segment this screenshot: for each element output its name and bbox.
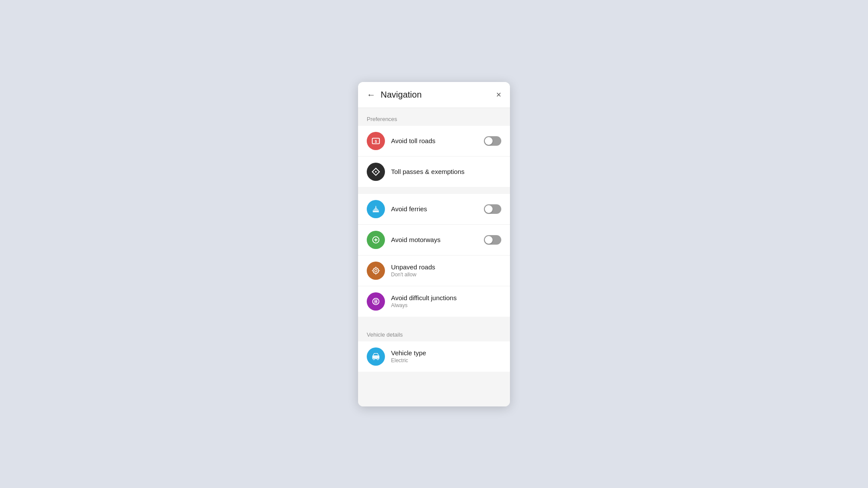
navigation-dialog: ← Navigation × Preferences $ Avoid toll … — [358, 82, 510, 406]
close-icon[interactable]: × — [496, 90, 501, 99]
svg-point-7 — [375, 269, 377, 272]
avoid-ferries-toggle[interactable] — [484, 204, 501, 214]
svg-point-3 — [375, 171, 377, 173]
header-left: ← Navigation — [367, 90, 422, 100]
junction-icon-circle — [367, 292, 385, 311]
toll-passes-item[interactable]: Toll passes & exemptions — [358, 157, 510, 187]
gap2 — [358, 317, 510, 324]
toggle-thumb — [485, 137, 493, 145]
ferries-text: Avoid ferries — [391, 205, 484, 213]
motorways-text: Avoid motorways — [391, 236, 484, 243]
diamond-icon — [371, 167, 381, 177]
ferry-icon-circle — [367, 200, 385, 218]
difficult-junctions-subtitle: Always — [391, 302, 501, 308]
motorway-icon — [371, 235, 381, 245]
vehicle-icon-circle — [367, 347, 385, 366]
ferry-icon — [371, 204, 381, 214]
toll-roads-title: Avoid toll roads — [391, 137, 484, 144]
dialog-body: Preferences $ Avoid toll roads — [358, 108, 510, 406]
unpaved-roads-subtitle: Don't allow — [391, 272, 501, 278]
toll-passes-title: Toll passes & exemptions — [391, 168, 501, 175]
ferries-title: Avoid ferries — [391, 205, 484, 213]
svg-point-6 — [373, 268, 379, 273]
unpaved-roads-title: Unpaved roads — [391, 263, 501, 271]
toggle-track-motorways — [484, 235, 501, 245]
difficult-junctions-text: Avoid difficult junctions Always — [391, 294, 501, 308]
avoid-ferries-item[interactable]: Avoid ferries — [358, 194, 510, 225]
toll-passes-text: Toll passes & exemptions — [391, 168, 501, 175]
preferences-section-label: Preferences — [358, 108, 510, 126]
unpaved-icon-circle — [367, 262, 385, 280]
svg-point-17 — [377, 358, 379, 360]
preferences-group1: $ Avoid toll roads — [358, 126, 510, 187]
vehicle-group: Vehicle type Electric — [358, 341, 510, 372]
vehicle-type-text: Vehicle type Electric — [391, 349, 501, 364]
dialog-header: ← Navigation × — [358, 82, 510, 108]
toll-roads-text: Avoid toll roads — [391, 137, 484, 144]
avoid-motorways-toggle[interactable] — [484, 235, 501, 245]
toll-passes-icon-circle — [367, 163, 385, 181]
car-icon — [371, 352, 381, 361]
unpaved-icon — [371, 266, 381, 275]
junction-icon — [371, 297, 381, 306]
toggle-track-ferries — [484, 204, 501, 214]
avoid-toll-roads-toggle[interactable] — [484, 136, 501, 146]
avoid-motorways-item[interactable]: Avoid motorways — [358, 225, 510, 255]
gap1 — [358, 187, 510, 194]
toggle-thumb-motorways — [485, 236, 493, 244]
toggle-track — [484, 136, 501, 146]
dialog-title: Navigation — [381, 90, 422, 100]
back-icon[interactable]: ← — [367, 90, 375, 99]
vehicle-type-item[interactable]: Vehicle type Electric — [358, 341, 510, 372]
motorways-title: Avoid motorways — [391, 236, 484, 243]
avoid-toll-roads-item[interactable]: $ Avoid toll roads — [358, 126, 510, 157]
motorway-icon-circle — [367, 231, 385, 249]
unpaved-roads-item[interactable]: Unpaved roads Don't allow — [358, 255, 510, 286]
unpaved-roads-text: Unpaved roads Don't allow — [391, 263, 501, 278]
toll-icon: $ — [371, 136, 381, 146]
toll-icon-circle: $ — [367, 132, 385, 150]
vehicle-type-title: Vehicle type — [391, 349, 501, 357]
preferences-group2: Avoid ferries Avoid — [358, 194, 510, 317]
difficult-junctions-title: Avoid difficult junctions — [391, 294, 501, 301]
toggle-thumb-ferries — [485, 205, 493, 213]
svg-text:$: $ — [375, 139, 377, 143]
vehicle-details-section-label: Vehicle details — [358, 324, 510, 341]
difficult-junctions-item[interactable]: Avoid difficult junctions Always — [358, 286, 510, 317]
vehicle-type-subtitle: Electric — [391, 357, 501, 364]
gap3 — [358, 372, 510, 406]
svg-point-16 — [373, 358, 375, 360]
